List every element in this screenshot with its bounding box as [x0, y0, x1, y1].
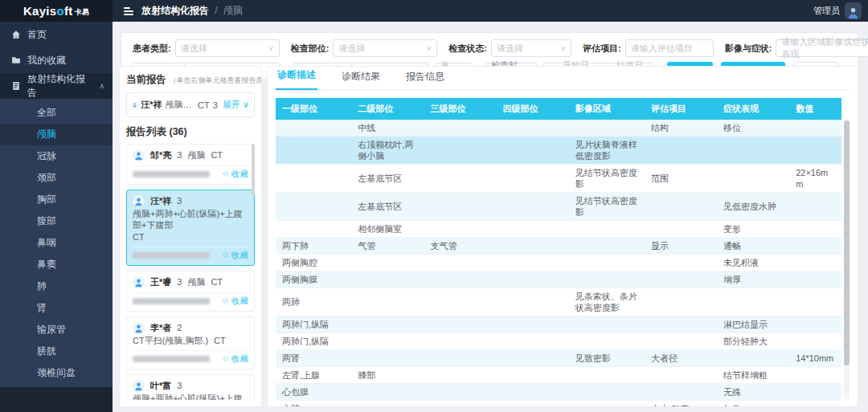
table-cell[interactable]	[645, 384, 717, 401]
filter-input-3[interactable]: 请输入评估项目	[625, 39, 714, 57]
table-cell[interactable]: 心脏	[276, 401, 351, 408]
table-row[interactable]: 左基底节区 见结节状高密度影范围 22×16mm	[276, 165, 841, 193]
table-cell[interactable]: 两侧胸膜	[276, 271, 351, 288]
table-cell[interactable]	[424, 271, 496, 288]
sidebar-subitem-输尿管[interactable]: 输尿管	[0, 319, 113, 341]
table-cell[interactable]: 两下肺	[276, 238, 351, 255]
expand-link[interactable]: 展开 ∨	[223, 99, 249, 111]
table-cell[interactable]	[497, 333, 569, 350]
table-cell[interactable]	[424, 193, 496, 221]
current-report-card[interactable]: 汪*祥 颅脑+两肺+心... CT 3 展开 ∨	[126, 92, 255, 117]
table-cell[interactable]: 移位	[717, 120, 789, 137]
table-cell[interactable]	[351, 401, 424, 408]
table-cell[interactable]: 气管	[351, 238, 424, 255]
table-cell[interactable]	[789, 384, 841, 401]
sidebar-subitem-肺[interactable]: 肺	[0, 275, 113, 297]
table-cell[interactable]: 见片状脑脊液样低密度影	[569, 137, 645, 165]
favorite-link[interactable]: ☆ 收藏	[222, 250, 248, 261]
table-cell[interactable]: 见低密度水肿	[717, 193, 789, 221]
table-cell[interactable]	[497, 316, 569, 333]
table-cell[interactable]	[351, 271, 424, 288]
table-cell[interactable]: 结节样增粗	[717, 367, 789, 384]
table-cell[interactable]	[645, 255, 717, 271]
table-cell[interactable]: 左基底节区	[351, 193, 424, 221]
table-cell[interactable]: 见致密影	[569, 350, 645, 367]
list-item[interactable]: 王*睿3颅脑CT☆ 收藏	[126, 271, 255, 312]
table-cell[interactable]: 变形	[717, 221, 789, 238]
table-cell[interactable]: 无殊	[717, 384, 789, 401]
table-cell[interactable]: 未见积液	[717, 255, 789, 271]
table-cell[interactable]	[424, 221, 496, 238]
filter-input-4[interactable]: 请输入区域影像或症状表现	[776, 39, 868, 57]
table-cell[interactable]	[789, 137, 841, 165]
table-cell[interactable]: 右顶额枕叶,两侧小脑	[351, 137, 424, 165]
table-cell[interactable]	[645, 367, 717, 384]
table-cell[interactable]	[497, 350, 569, 367]
table-cell[interactable]	[645, 137, 717, 165]
table-cell[interactable]	[569, 271, 645, 288]
table-cell[interactable]: 两肺门,纵隔	[276, 316, 351, 333]
table-cell[interactable]	[645, 288, 717, 316]
table-cell[interactable]	[497, 120, 569, 137]
table-cell[interactable]	[645, 316, 717, 333]
table-cell[interactable]: 中线	[351, 120, 424, 137]
table-cell[interactable]	[789, 333, 841, 350]
tab-报告信息[interactable]: 报告信息	[404, 70, 446, 90]
table-cell[interactable]	[569, 384, 645, 401]
table-cell[interactable]	[717, 350, 789, 367]
table-cell[interactable]: 通畅	[717, 238, 789, 255]
table-row[interactable]: 两侧胸膜 增厚	[276, 271, 841, 288]
table-cell[interactable]: 如常	[717, 401, 789, 408]
table-cell[interactable]: 22×16mm	[789, 165, 841, 193]
sidebar-subitem-鼻咽[interactable]: 鼻咽	[0, 232, 113, 254]
table-cell[interactable]: 见结节状高密度影	[569, 165, 645, 193]
table-cell[interactable]	[569, 120, 645, 137]
table-cell[interactable]	[569, 401, 645, 408]
tab-诊断结果[interactable]: 诊断结果	[340, 70, 382, 90]
table-cell[interactable]: 显示	[645, 238, 717, 255]
table-cell[interactable]	[569, 316, 645, 333]
table-cell[interactable]	[789, 238, 841, 255]
table-cell[interactable]: 见条索状、条片状高密度影	[569, 288, 645, 316]
table-row[interactable]: 两肾 见致密影大者径 14*10mm	[276, 350, 841, 367]
table-cell[interactable]	[424, 333, 496, 350]
favorite-link[interactable]: ☆ 收藏	[222, 169, 248, 180]
table-cell[interactable]	[569, 333, 645, 350]
table-row[interactable]: 两侧胸腔 未见积液	[276, 255, 841, 271]
table-cell[interactable]	[569, 367, 645, 384]
table-cell[interactable]	[497, 137, 569, 165]
table-cell[interactable]	[497, 271, 569, 288]
filter-select-0[interactable]: 请选择∨	[175, 39, 280, 57]
table-cell[interactable]	[569, 221, 645, 238]
table-cell[interactable]: 两肺门,纵隔	[276, 333, 351, 350]
table-row[interactable]: 心脏 大小,形态如常	[276, 401, 841, 408]
table-cell[interactable]: 左基底节区	[351, 165, 424, 193]
table-cell[interactable]	[789, 255, 841, 271]
table-cell[interactable]	[789, 401, 841, 408]
table-cell[interactable]	[424, 350, 496, 367]
favorite-link[interactable]: ☆ 收藏	[222, 296, 248, 307]
table-row[interactable]: 两下肺气管支气管 显示通畅	[276, 238, 841, 255]
sidebar-subitem-胸部[interactable]: 胸部	[0, 189, 113, 210]
table-cell[interactable]	[276, 221, 351, 238]
table-cell[interactable]	[789, 316, 841, 333]
table-scrollbar[interactable]	[844, 120, 850, 399]
table-cell[interactable]	[789, 221, 841, 238]
table-cell[interactable]	[276, 165, 351, 193]
table-cell[interactable]	[789, 271, 841, 288]
table-cell[interactable]	[789, 367, 841, 384]
table-cell[interactable]	[351, 333, 424, 350]
table-cell[interactable]	[497, 238, 569, 255]
sidebar-subitem-全部[interactable]: 全部	[0, 102, 113, 124]
table-cell[interactable]: 增厚	[717, 271, 789, 288]
table-cell[interactable]	[351, 255, 424, 271]
sidebar-item-favorites[interactable]: 我的收藏	[0, 47, 113, 73]
table-cell[interactable]	[276, 193, 351, 221]
table-row[interactable]: 两肺 见条索状、条片状高密度影	[276, 288, 841, 316]
table-cell[interactable]: 部分轻肿大	[717, 333, 789, 350]
table-cell[interactable]	[789, 193, 841, 221]
tab-诊断描述[interactable]: 诊断描述	[276, 68, 317, 90]
list-item[interactable]: 李*者2CT平扫(颅脑,胸部.)CT☆ 收藏	[126, 316, 255, 369]
table-cell[interactable]	[717, 288, 789, 316]
table-cell[interactable]	[717, 137, 789, 165]
